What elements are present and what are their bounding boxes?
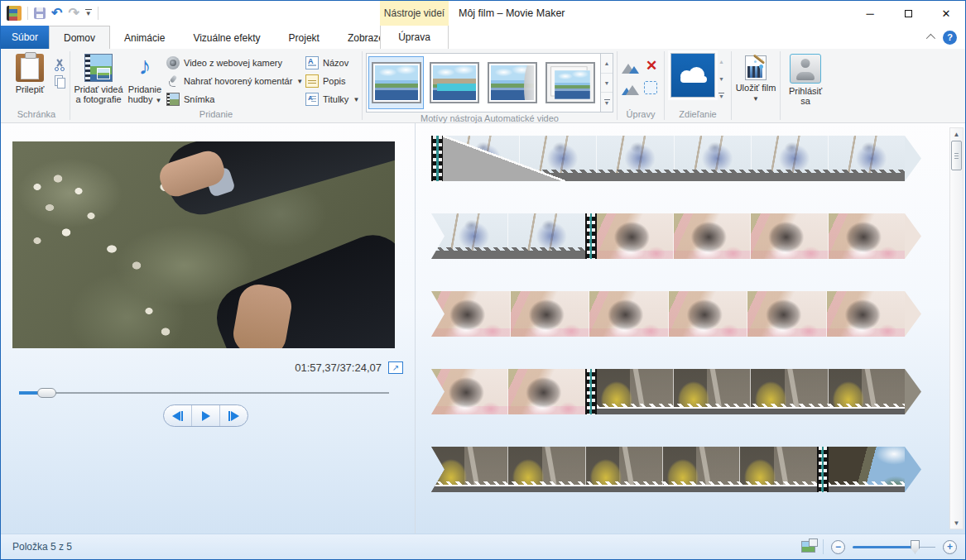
clip-thumbnail[interactable]: [828, 136, 905, 181]
clip-thumbnail[interactable]: [597, 369, 673, 414]
save-icon[interactable]: [34, 7, 46, 19]
transition-overlay-icon[interactable]: [443, 136, 565, 181]
clip-thumbnail[interactable]: [828, 213, 905, 259]
scrollbar-thumb[interactable]: [951, 141, 962, 170]
collapse-ribbon-icon[interactable]: [926, 34, 935, 43]
tab-animations[interactable]: Animácie: [110, 26, 179, 49]
zoom-slider[interactable]: [853, 540, 935, 554]
clip-thumbnail[interactable]: [747, 291, 826, 337]
clip-thumbnail[interactable]: [507, 213, 584, 259]
clip-thumbnail[interactable]: [673, 213, 750, 259]
record-narration-button[interactable]: Nahrať hovorený komentár ▼: [166, 74, 305, 89]
storyboard-row[interactable]: [431, 213, 921, 259]
clip-thumbnail[interactable]: [750, 369, 827, 414]
thumbnail-size-icon[interactable]: [801, 541, 815, 553]
clip-thumbnail[interactable]: [431, 213, 507, 259]
clip-thumbnail[interactable]: [826, 291, 906, 337]
onedrive-share-button[interactable]: [670, 53, 715, 98]
clip-thumbnail[interactable]: [431, 369, 507, 414]
clip-thumbnail[interactable]: [431, 447, 507, 492]
theme-item-contemporary[interactable]: [426, 56, 482, 109]
clip-thumbnail[interactable]: [674, 136, 751, 181]
add-music-button[interactable]: ♪ Pridanie hudby ▼: [123, 51, 166, 106]
seek-thumb[interactable]: [37, 388, 56, 398]
clip-thumbnail[interactable]: [431, 291, 510, 337]
close-button[interactable]: ✕: [927, 1, 965, 26]
zoom-out-button[interactable]: −: [831, 540, 845, 554]
save-movie-button[interactable]: Uložiť film ▼: [735, 51, 776, 104]
play-button[interactable]: [192, 405, 220, 426]
caption-button[interactable]: Popis: [305, 74, 358, 89]
clip-group-yellow[interactable]: [431, 447, 817, 492]
theme-item-fade[interactable]: [543, 56, 598, 109]
theme-item-cinematic[interactable]: [485, 56, 541, 109]
vertical-scrollbar[interactable]: ▲ ▼: [949, 127, 964, 529]
clip-thumbnail[interactable]: [751, 136, 828, 181]
clip-thumbnail[interactable]: [596, 136, 673, 181]
minimize-button[interactable]: ─: [851, 1, 889, 26]
clip-group-cat[interactable]: [431, 369, 585, 414]
next-frame-button[interactable]: [220, 405, 248, 426]
cut-icon[interactable]: [53, 58, 66, 71]
title-button[interactable]: Názov: [305, 55, 358, 70]
clip-thumbnail[interactable]: [673, 369, 750, 414]
clip-group-swing[interactable]: [431, 213, 585, 259]
clip-thumbnail[interactable]: [750, 213, 827, 259]
copy-icon[interactable]: [53, 74, 66, 88]
tab-file[interactable]: Súbor: [1, 26, 49, 49]
clip-thumbnail[interactable]: [829, 447, 905, 492]
previous-frame-button[interactable]: [164, 405, 192, 426]
clip-thumbnail[interactable]: [585, 447, 662, 492]
clip-group-yellow[interactable]: [597, 369, 905, 414]
theme-item-default[interactable]: [368, 56, 424, 109]
rotate-left-icon[interactable]: [621, 58, 639, 76]
clip-thumbnail[interactable]: [662, 447, 739, 492]
clip-group-rock[interactable]: [829, 447, 905, 492]
share-down-icon[interactable]: ▼: [715, 70, 728, 88]
customize-qat-caret-icon[interactable]: ▼: [85, 9, 92, 17]
scroll-up-icon[interactable]: ▲: [950, 128, 963, 140]
storyboard-row[interactable]: [431, 291, 921, 337]
clip-group-cat[interactable]: [597, 213, 905, 259]
credits-button[interactable]: Titulky ▼: [305, 92, 358, 107]
maximize-button[interactable]: [889, 1, 927, 26]
zoom-in-button[interactable]: +: [943, 540, 957, 554]
zoom-slider-thumb[interactable]: [911, 540, 920, 554]
storyboard-row[interactable]: [431, 136, 921, 181]
tab-visual-effects[interactable]: Vizuálne efekty: [179, 26, 274, 49]
remove-icon[interactable]: ✕: [642, 58, 661, 76]
clip-thumbnail[interactable]: [828, 369, 905, 414]
sign-in-button[interactable]: Prihlásiť sa: [784, 51, 827, 106]
clip-thumbnail[interactable]: [739, 447, 816, 492]
paste-button[interactable]: Prilepiť: [7, 51, 53, 94]
clip-thumbnail[interactable]: [510, 291, 589, 337]
rotate-right-icon[interactable]: [621, 79, 639, 98]
tab-project[interactable]: Projekt: [275, 26, 334, 49]
select-icon[interactable]: [644, 81, 657, 94]
share-more-icon[interactable]: ▼: [715, 87, 728, 104]
storyboard-row[interactable]: [431, 369, 921, 414]
video-preview[interactable]: [12, 141, 395, 348]
clip-thumbnail[interactable]: [597, 213, 673, 259]
clip-thumbnail[interactable]: [507, 447, 584, 492]
seek-track[interactable]: [19, 392, 389, 394]
clip-thumbnail[interactable]: [589, 291, 668, 337]
gallery-more-icon[interactable]: ▼: [601, 93, 613, 112]
clip-group-swing[interactable]: [443, 136, 905, 181]
help-icon[interactable]: ?: [943, 31, 957, 45]
seek-bar[interactable]: [19, 388, 389, 398]
clip-thumbnail[interactable]: [507, 369, 584, 414]
storyboard-row[interactable]: [431, 447, 921, 492]
tab-home[interactable]: Domov: [49, 26, 110, 49]
app-icon[interactable]: [7, 6, 22, 21]
add-videos-photos-button[interactable]: Pridať videá a fotografie: [74, 51, 123, 104]
snapshot-button[interactable]: Snímka: [166, 92, 305, 107]
scroll-down-icon[interactable]: ▼: [950, 517, 963, 529]
clip-thumbnail[interactable]: [668, 291, 747, 337]
gallery-down-icon[interactable]: ▼: [601, 74, 613, 93]
gallery-up-icon[interactable]: ▲: [601, 54, 613, 74]
clip-group-cat[interactable]: [431, 291, 905, 337]
undo-icon[interactable]: ↶: [51, 7, 62, 19]
tab-edit-contextual[interactable]: Úprava: [380, 26, 449, 49]
webcam-video-button[interactable]: Video z webovej kamery: [166, 55, 305, 70]
